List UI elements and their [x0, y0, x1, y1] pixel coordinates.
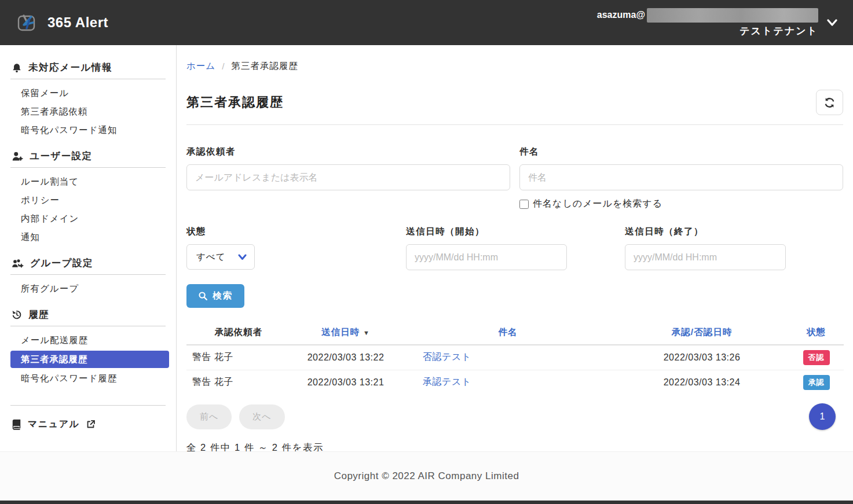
- sidebar-item-encrypted-password-history[interactable]: 暗号化パスワード履歴: [0, 369, 176, 388]
- sidebar: 未対応メール情報 保留メール 第三者承認依頼 暗号化パスワード通知 ユーザー設定: [0, 45, 177, 451]
- manual-label: マニュアル: [28, 418, 79, 431]
- cell-sent-at: 2022/03/03 13:21: [291, 370, 401, 395]
- sidebar-item-mail-delivery-history[interactable]: メール配送履歴: [0, 331, 176, 350]
- sidebar-item-held-mail[interactable]: 保留メール: [0, 84, 176, 102]
- requester-label: 承認依頼者: [186, 146, 510, 158]
- sidebar-item-notification[interactable]: 通知: [0, 228, 176, 247]
- history-icon: [12, 310, 22, 320]
- breadcrumb-separator: /: [222, 61, 225, 72]
- result-count-summary: 全 2 件中 1 件 ～ 2 件を表示: [186, 442, 843, 451]
- table-row: 警告 花子 2022/03/03 13:21 承認テスト 2022/03/03 …: [186, 370, 844, 395]
- column-header-requester: 承認依頼者: [186, 321, 291, 345]
- divider: [10, 274, 166, 275]
- cell-requester: 警告 花子: [186, 370, 291, 395]
- divider: [10, 405, 166, 406]
- divider: [10, 79, 166, 79]
- divider: [186, 124, 843, 125]
- refresh-icon: [823, 97, 836, 109]
- nav-section-group-settings: グループ設定 所有グループ: [0, 255, 176, 298]
- subject-link[interactable]: 承認テスト: [423, 377, 471, 387]
- table-header-row: 承認依頼者 送信日時▼ 件名 承認/否認日時 状態: [186, 321, 844, 345]
- tenant-name: テストテナント: [739, 24, 818, 38]
- app-logo-icon: [15, 10, 39, 35]
- section-title-user-settings: ユーザー設定: [0, 148, 176, 165]
- cell-sent-at: 2022/03/03 13:22: [291, 345, 401, 370]
- section-title-pending-mail: 未対応メール情報: [0, 59, 176, 76]
- manual-icon: [12, 420, 21, 430]
- sidebar-item-policy[interactable]: ポリシー: [0, 191, 176, 209]
- external-link-icon: [86, 420, 96, 429]
- start-datetime-input[interactable]: [406, 244, 567, 270]
- subject-label: 件名: [519, 146, 843, 158]
- breadcrumb-home-link[interactable]: ホーム: [186, 60, 215, 72]
- bell-icon: [12, 62, 22, 73]
- breadcrumb: ホーム / 第三者承認履歴: [186, 60, 843, 72]
- end-datetime-label: 送信日時（終了）: [625, 226, 786, 238]
- nav-section-history: 履歴 メール配送履歴 第三者承認履歴 暗号化パスワード履歴: [0, 306, 176, 388]
- cell-decided-at: 2022/03/03 13:24: [615, 370, 789, 395]
- status-label: 状態: [186, 226, 406, 238]
- users-gear-icon: [12, 258, 24, 268]
- chevron-down-icon[interactable]: [826, 19, 838, 27]
- end-datetime-input[interactable]: [625, 244, 786, 270]
- column-header-decided-at[interactable]: 承認/否認日時: [615, 321, 789, 345]
- status-selected-value: すべて: [196, 251, 226, 263]
- sidebar-item-encrypted-password-notice[interactable]: 暗号化パスワード通知: [0, 121, 176, 139]
- status-badge-denied: 否認: [803, 350, 830, 365]
- cell-decided-at: 2022/03/03 13:26: [615, 345, 789, 370]
- user-email-prefix: asazuma@: [597, 10, 645, 20]
- column-header-sent-at[interactable]: 送信日時▼: [291, 321, 401, 345]
- sidebar-item-owned-groups[interactable]: 所有グループ: [0, 279, 176, 298]
- section-title-history: 履歴: [0, 306, 176, 323]
- table-row: 警告 花子 2022/03/03 13:22 否認テスト 2022/03/03 …: [186, 345, 844, 370]
- status-badge-approved: 承認: [803, 375, 830, 390]
- sidebar-item-third-party-approval-history[interactable]: 第三者承認履歴: [10, 351, 169, 368]
- refresh-button[interactable]: [816, 90, 843, 115]
- subject-link[interactable]: 否認テスト: [423, 352, 471, 362]
- footer: Copyright © 2022 AIR Company Limited: [0, 451, 853, 501]
- prev-page-button[interactable]: 前へ: [186, 404, 232, 429]
- status-select[interactable]: すべて: [186, 244, 255, 270]
- pagination: 前へ 次へ 1: [186, 403, 843, 430]
- copyright-text: Copyright © 2022 AIR Company Limited: [334, 470, 519, 482]
- subject-input[interactable]: [519, 164, 843, 190]
- user-block: asazuma@ テストテナント: [597, 8, 818, 38]
- account-menu[interactable]: asazuma@ テストテナント: [597, 8, 838, 38]
- sidebar-item-third-party-approval-request[interactable]: 第三者承認依頼: [0, 102, 176, 121]
- current-page-indicator[interactable]: 1: [809, 403, 836, 430]
- main-content: ホーム / 第三者承認履歴 第三者承認履歴 承認依頼者 件名: [177, 45, 853, 451]
- divider: [10, 326, 166, 326]
- breadcrumb-current: 第三者承認履歴: [232, 60, 299, 72]
- manual-link[interactable]: マニュアル: [0, 418, 176, 431]
- sort-desc-icon: ▼: [363, 329, 370, 336]
- bottom-bar: [0, 501, 853, 504]
- chevron-down-icon: [238, 254, 247, 260]
- redacted-email-domain: [647, 8, 818, 23]
- start-datetime-label: 送信日時（開始）: [406, 226, 625, 238]
- column-header-status[interactable]: 状態: [789, 321, 844, 345]
- no-subject-checkbox[interactable]: [519, 200, 529, 209]
- section-title-group-settings: グループ設定: [0, 255, 176, 272]
- approval-history-table: 承認依頼者 送信日時▼ 件名 承認/否認日時 状態 警告 花子 2022/03/…: [186, 321, 844, 395]
- sidebar-item-internal-domain[interactable]: 内部ドメイン: [0, 209, 176, 228]
- app-title: 365 Alert: [47, 14, 108, 31]
- sidebar-item-rule-assignment[interactable]: ルール割当て: [0, 172, 176, 191]
- nav-section-user-settings: ユーザー設定 ルール割当て ポリシー 内部ドメイン 通知: [0, 148, 176, 247]
- next-page-button[interactable]: 次へ: [239, 404, 284, 429]
- search-button[interactable]: 検索: [186, 284, 244, 308]
- search-icon: [198, 291, 208, 301]
- page-title: 第三者承認履歴: [186, 94, 284, 111]
- divider: [10, 167, 166, 168]
- user-gear-icon: [12, 151, 23, 161]
- app-header: 365 Alert asazuma@ テストテナント: [0, 0, 853, 45]
- no-subject-checkbox-label: 件名なしのメールを検索する: [533, 198, 662, 210]
- requester-input[interactable]: [186, 164, 510, 190]
- nav-section-pending-mail: 未対応メール情報 保留メール 第三者承認依頼 暗号化パスワード通知: [0, 59, 176, 139]
- column-header-subject[interactable]: 件名: [401, 321, 615, 345]
- cell-requester: 警告 花子: [186, 345, 291, 370]
